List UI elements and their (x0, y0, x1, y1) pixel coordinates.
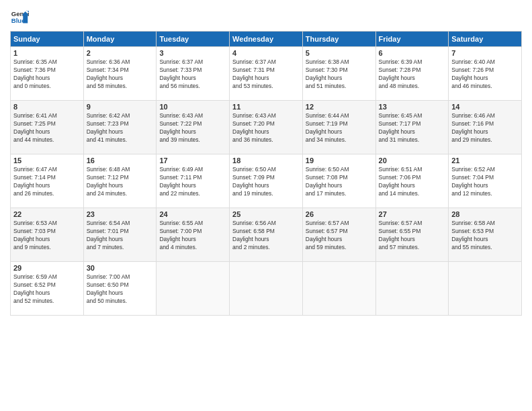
day-info: Sunrise: 6:50 AMSunset: 7:08 PMDaylight … (306, 166, 373, 198)
calendar-cell: 2Sunrise: 6:36 AMSunset: 7:34 PMDaylight… (83, 47, 157, 101)
day-info: Sunrise: 6:43 AMSunset: 7:20 PMDaylight … (232, 112, 300, 144)
day-number: 19 (306, 156, 373, 165)
calendar-cell: 6Sunrise: 6:39 AMSunset: 7:28 PMDaylight… (375, 47, 449, 101)
calendar-cell: 22Sunrise: 6:53 AMSunset: 7:03 PMDayligh… (11, 208, 84, 262)
calendar-cell: 20Sunrise: 6:51 AMSunset: 7:06 PMDayligh… (375, 154, 449, 208)
day-info: Sunrise: 6:40 AMSunset: 7:26 PMDaylight … (451, 58, 519, 91)
weekday-header-thursday: Thursday (302, 32, 375, 47)
day-info: Sunrise: 6:52 AMSunset: 7:04 PMDaylight … (451, 166, 519, 198)
calendar-week-5: 29Sunrise: 6:59 AMSunset: 6:52 PMDayligh… (11, 262, 522, 316)
calendar-cell: 18Sunrise: 6:50 AMSunset: 7:09 PMDayligh… (230, 154, 303, 208)
day-number: 20 (379, 156, 446, 165)
day-info: Sunrise: 6:55 AMSunset: 7:00 PMDaylight … (159, 220, 226, 252)
day-number: 30 (87, 264, 154, 272)
calendar-cell: 3Sunrise: 6:37 AMSunset: 7:33 PMDaylight… (157, 47, 230, 101)
page-header: General Blue (10, 7, 522, 26)
calendar-cell (157, 262, 230, 316)
day-info: Sunrise: 6:56 AMSunset: 6:58 PMDaylight … (232, 220, 300, 252)
day-number: 18 (232, 156, 300, 165)
day-number: 14 (451, 103, 519, 111)
logo-icon: General Blue (10, 7, 29, 26)
day-info: Sunrise: 6:39 AMSunset: 7:28 PMDaylight … (379, 58, 446, 91)
day-number: 17 (159, 156, 226, 165)
day-info: Sunrise: 6:46 AMSunset: 7:16 PMDaylight … (451, 112, 519, 144)
calendar-cell: 26Sunrise: 6:57 AMSunset: 6:57 PMDayligh… (302, 208, 375, 262)
calendar-header-row: SundayMondayTuesdayWednesdayThursdayFrid… (11, 32, 522, 47)
calendar-cell: 28Sunrise: 6:58 AMSunset: 6:53 PMDayligh… (449, 208, 522, 262)
day-number: 12 (306, 103, 373, 111)
day-info: Sunrise: 6:36 AMSunset: 7:34 PMDaylight … (87, 58, 154, 91)
day-number: 11 (232, 103, 300, 111)
calendar-cell (230, 262, 303, 316)
day-number: 4 (232, 49, 300, 57)
day-info: Sunrise: 6:37 AMSunset: 7:33 PMDaylight … (159, 58, 226, 91)
calendar-cell: 30Sunrise: 7:00 AMSunset: 6:50 PMDayligh… (83, 262, 157, 316)
calendar-week-2: 8Sunrise: 6:41 AMSunset: 7:25 PMDaylight… (11, 101, 522, 154)
calendar-cell: 13Sunrise: 6:45 AMSunset: 7:17 PMDayligh… (375, 101, 449, 154)
calendar-cell: 7Sunrise: 6:40 AMSunset: 7:26 PMDaylight… (449, 47, 522, 101)
weekday-header-saturday: Saturday (449, 32, 522, 47)
calendar-cell: 29Sunrise: 6:59 AMSunset: 6:52 PMDayligh… (11, 262, 84, 316)
day-info: Sunrise: 6:47 AMSunset: 7:14 PMDaylight … (13, 166, 81, 198)
calendar-cell: 9Sunrise: 6:42 AMSunset: 7:23 PMDaylight… (83, 101, 157, 154)
day-number: 5 (306, 49, 373, 57)
calendar-cell: 8Sunrise: 6:41 AMSunset: 7:25 PMDaylight… (11, 101, 84, 154)
weekday-header-wednesday: Wednesday (230, 32, 303, 47)
day-number: 16 (87, 156, 154, 165)
day-number: 24 (159, 210, 226, 218)
day-info: Sunrise: 6:59 AMSunset: 6:52 PMDaylight … (13, 273, 81, 306)
page-container: General Blue SundayMondayTuesdayWednesda… (0, 0, 532, 322)
day-info: Sunrise: 6:45 AMSunset: 7:17 PMDaylight … (379, 112, 446, 144)
day-info: Sunrise: 6:50 AMSunset: 7:09 PMDaylight … (232, 166, 300, 198)
weekday-header-friday: Friday (375, 32, 449, 47)
day-number: 25 (232, 210, 300, 218)
day-info: Sunrise: 6:53 AMSunset: 7:03 PMDaylight … (13, 220, 81, 252)
calendar-cell: 27Sunrise: 6:57 AMSunset: 6:55 PMDayligh… (375, 208, 449, 262)
day-number: 27 (379, 210, 446, 218)
day-info: Sunrise: 6:57 AMSunset: 6:57 PMDaylight … (306, 220, 373, 252)
day-number: 3 (159, 49, 226, 57)
calendar-week-1: 1Sunrise: 6:35 AMSunset: 7:36 PMDaylight… (11, 47, 522, 101)
calendar-cell: 11Sunrise: 6:43 AMSunset: 7:20 PMDayligh… (230, 101, 303, 154)
calendar-cell: 24Sunrise: 6:55 AMSunset: 7:00 PMDayligh… (157, 208, 230, 262)
day-info: Sunrise: 6:54 AMSunset: 7:01 PMDaylight … (87, 220, 154, 252)
day-number: 26 (306, 210, 373, 218)
calendar-cell (449, 262, 522, 316)
day-number: 9 (87, 103, 154, 111)
calendar-cell: 14Sunrise: 6:46 AMSunset: 7:16 PMDayligh… (449, 101, 522, 154)
day-info: Sunrise: 6:49 AMSunset: 7:11 PMDaylight … (159, 166, 226, 198)
day-number: 28 (451, 210, 519, 218)
calendar-week-3: 15Sunrise: 6:47 AMSunset: 7:14 PMDayligh… (11, 154, 522, 208)
weekday-header-tuesday: Tuesday (157, 32, 230, 47)
calendar-cell (302, 262, 375, 316)
day-info: Sunrise: 6:48 AMSunset: 7:12 PMDaylight … (87, 166, 154, 198)
day-number: 29 (13, 264, 81, 272)
day-number: 13 (379, 103, 446, 111)
calendar-body: 1Sunrise: 6:35 AMSunset: 7:36 PMDaylight… (11, 47, 522, 316)
calendar-cell: 16Sunrise: 6:48 AMSunset: 7:12 PMDayligh… (83, 154, 157, 208)
calendar-cell (375, 262, 449, 316)
day-info: Sunrise: 7:00 AMSunset: 6:50 PMDaylight … (87, 273, 154, 306)
weekday-header-sunday: Sunday (11, 32, 84, 47)
calendar-cell: 5Sunrise: 6:38 AMSunset: 7:30 PMDaylight… (302, 47, 375, 101)
day-number: 2 (87, 49, 154, 57)
day-number: 15 (13, 156, 81, 165)
logo: General Blue (10, 7, 32, 26)
calendar-cell: 1Sunrise: 6:35 AMSunset: 7:36 PMDaylight… (11, 47, 84, 101)
day-number: 7 (451, 49, 519, 57)
day-number: 23 (87, 210, 154, 218)
calendar-table: SundayMondayTuesdayWednesdayThursdayFrid… (10, 31, 522, 316)
day-info: Sunrise: 6:44 AMSunset: 7:19 PMDaylight … (306, 112, 373, 144)
calendar-cell: 21Sunrise: 6:52 AMSunset: 7:04 PMDayligh… (449, 154, 522, 208)
calendar-cell: 19Sunrise: 6:50 AMSunset: 7:08 PMDayligh… (302, 154, 375, 208)
calendar-week-4: 22Sunrise: 6:53 AMSunset: 7:03 PMDayligh… (11, 208, 522, 262)
day-number: 22 (13, 210, 81, 218)
day-number: 10 (159, 103, 226, 111)
day-info: Sunrise: 6:37 AMSunset: 7:31 PMDaylight … (232, 58, 300, 91)
calendar-cell: 12Sunrise: 6:44 AMSunset: 7:19 PMDayligh… (302, 101, 375, 154)
calendar-cell: 17Sunrise: 6:49 AMSunset: 7:11 PMDayligh… (157, 154, 230, 208)
day-info: Sunrise: 6:38 AMSunset: 7:30 PMDaylight … (306, 58, 373, 91)
day-info: Sunrise: 6:51 AMSunset: 7:06 PMDaylight … (379, 166, 446, 198)
calendar-cell: 25Sunrise: 6:56 AMSunset: 6:58 PMDayligh… (230, 208, 303, 262)
calendar-cell: 4Sunrise: 6:37 AMSunset: 7:31 PMDaylight… (230, 47, 303, 101)
